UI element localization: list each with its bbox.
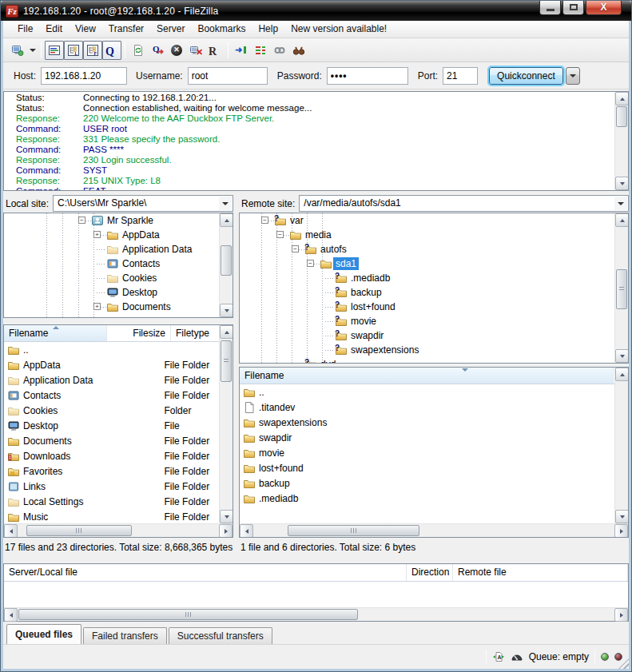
scroll-up-icon[interactable] (615, 92, 629, 105)
scroll-up-icon[interactable] (220, 213, 233, 227)
tree-item-swapextensions[interactable]: ?swapextensions (240, 343, 614, 357)
queue-column-remote-file[interactable]: Remote file (453, 564, 628, 581)
expand-icon[interactable]: + (93, 231, 101, 238)
file-row-appdata[interactable]: AppDataFile Folder (4, 357, 218, 372)
close-button[interactable]: X (586, 1, 622, 15)
tree-item-label[interactable]: sda1 (333, 257, 359, 270)
toggle-queue-button[interactable]: Q (102, 41, 121, 60)
file-row-music[interactable]: MusicFile Folder (4, 509, 218, 523)
file-row--[interactable]: .. (4, 342, 218, 357)
site-manager-dropdown[interactable] (27, 41, 38, 60)
file-row-cookies[interactable]: CookiesFolder (4, 403, 218, 418)
file-row-links[interactable]: LinksFile Folder (4, 479, 218, 494)
file-row-swapdir[interactable]: swapdir (240, 430, 614, 445)
scroll-down-icon[interactable] (615, 177, 629, 190)
tree-item-cookies[interactable]: Cookies (4, 271, 218, 285)
scroll-up-icon[interactable] (220, 325, 233, 339)
scrollbar-thumb[interactable] (221, 245, 232, 276)
file-row-backup[interactable]: backup (240, 475, 614, 491)
remote-tree-scrollbar[interactable] (614, 213, 628, 363)
tab-queued-files[interactable]: Queued files (6, 624, 81, 644)
tree-item-documents[interactable]: +Documents (4, 300, 218, 314)
tab-successful-transfers[interactable]: Successful transfers (169, 627, 272, 644)
file-row-desktop[interactable]: DesktopFile (4, 418, 218, 433)
scrollbar-thumb[interactable] (18, 609, 358, 620)
scroll-right-icon[interactable] (614, 524, 628, 538)
menu-item-transfer[interactable]: Transfer (102, 21, 150, 38)
toggle-message-log-button[interactable] (45, 41, 64, 60)
tree-item-swapdir[interactable]: ?swapdir (240, 328, 614, 343)
scroll-down-icon[interactable] (615, 510, 629, 523)
queue-column-server-local-file[interactable]: Server/Local file (4, 564, 407, 581)
directory-comparison-button[interactable]: ➜ (232, 41, 251, 60)
synchronized-browsing-button[interactable] (251, 41, 270, 60)
scroll-left-icon[interactable] (240, 524, 253, 538)
scroll-down-icon[interactable] (220, 304, 233, 317)
log-scrollbar[interactable] (614, 92, 628, 190)
collapse-icon[interactable]: − (307, 260, 314, 267)
expand-icon[interactable]: + (93, 303, 101, 310)
maximize-button[interactable] (562, 1, 584, 15)
tree-item-application-data[interactable]: Application Data (4, 242, 218, 256)
scroll-up-icon[interactable] (615, 368, 629, 381)
tree-item-label[interactable]: var (288, 214, 306, 227)
remote-list-scrollbar[interactable] (614, 368, 628, 523)
tree-item-label[interactable]: Contacts (120, 257, 162, 270)
local-list-hscrollbar[interactable] (4, 523, 233, 537)
scroll-right-icon[interactable] (614, 608, 628, 622)
tree-item-desktop[interactable]: Desktop (4, 285, 218, 300)
host-input[interactable] (41, 67, 127, 85)
file-row--mediadb[interactable]: .mediadb (240, 491, 614, 506)
column-header-filename[interactable]: Filename (240, 368, 614, 384)
menu-item-bookmarks[interactable]: Bookmarks (191, 21, 252, 38)
tree-item-label[interactable]: backup (348, 286, 384, 299)
tree-item-label[interactable]: autofs (318, 243, 349, 256)
tree-item-label[interactable]: Desktop (120, 286, 160, 299)
title-bar[interactable]: Fz 192.168.1.20 - root@192.168.1.20 - Fi… (1, 1, 631, 21)
file-row--titandev[interactable]: .titandev (240, 400, 614, 415)
file-row-favorites[interactable]: FavoritesFile Folder (4, 463, 218, 479)
scroll-down-icon[interactable] (615, 349, 629, 363)
menu-item-new-version-notice[interactable]: New version available! (284, 21, 393, 38)
menu-item-edit[interactable]: Edit (39, 21, 69, 38)
tree-item-var[interactable]: −?var (240, 213, 614, 228)
file-row-lost-found[interactable]: lost+found (240, 460, 614, 475)
tree-item-movie[interactable]: ?movie (240, 314, 614, 328)
tree-item-lost-found[interactable]: ?lost+found (240, 300, 614, 314)
reconnect-button[interactable]: R (205, 41, 225, 60)
scroll-up-icon[interactable] (615, 213, 629, 227)
tree-item-label[interactable]: .mediadb (348, 272, 392, 284)
scroll-left-icon[interactable] (4, 608, 18, 622)
tree-item-label[interactable]: dvd (318, 358, 338, 363)
tree-item-label[interactable]: Mr Sparkle (105, 214, 156, 227)
tree-item-label[interactable]: AppData (120, 229, 162, 241)
tree-item-appdata[interactable]: +AppData (4, 228, 218, 242)
chevron-down-icon[interactable] (219, 197, 232, 210)
queue-column-direction[interactable]: Direction (407, 564, 453, 581)
file-row-downloads[interactable]: DownloadsFile Folder (4, 448, 218, 463)
tab-failed-transfers[interactable]: Failed transfers (83, 627, 167, 644)
tree-item-media[interactable]: −media (240, 228, 614, 242)
scrollbar-thumb[interactable] (288, 525, 419, 536)
remote-list-hscrollbar[interactable] (240, 523, 628, 537)
panel-splitter[interactable] (233, 194, 239, 557)
menu-item-help[interactable]: Help (252, 21, 284, 38)
minimize-button[interactable] (539, 1, 561, 15)
scroll-right-icon[interactable] (219, 524, 233, 538)
collapse-icon[interactable]: − (276, 231, 284, 238)
file-row-documents[interactable]: DocumentsFile Folder (4, 433, 218, 448)
local-tree-scrollbar[interactable] (219, 213, 233, 317)
remote-site-combo[interactable]: /var/media/autofs/sda1 (299, 195, 629, 212)
file-row-swapextensions[interactable]: swapextensions (240, 415, 614, 430)
scrollbar-thumb[interactable] (616, 106, 627, 127)
transfer-type-auto-icon[interactable]: A (492, 650, 505, 663)
disconnect-button[interactable]: ✕ (186, 41, 205, 60)
speed-limits-button[interactable] (270, 41, 289, 60)
tree-item-sda1[interactable]: −sda1 (240, 256, 614, 271)
scroll-left-icon[interactable] (4, 524, 18, 538)
tree-item-mr-sparkle[interactable]: −Mr Sparkle (4, 213, 218, 228)
chevron-down-icon[interactable] (614, 197, 627, 210)
collapse-icon[interactable]: − (261, 217, 268, 224)
collapse-icon[interactable]: − (292, 245, 299, 252)
tree-item-label[interactable]: swapextensions (348, 344, 421, 356)
